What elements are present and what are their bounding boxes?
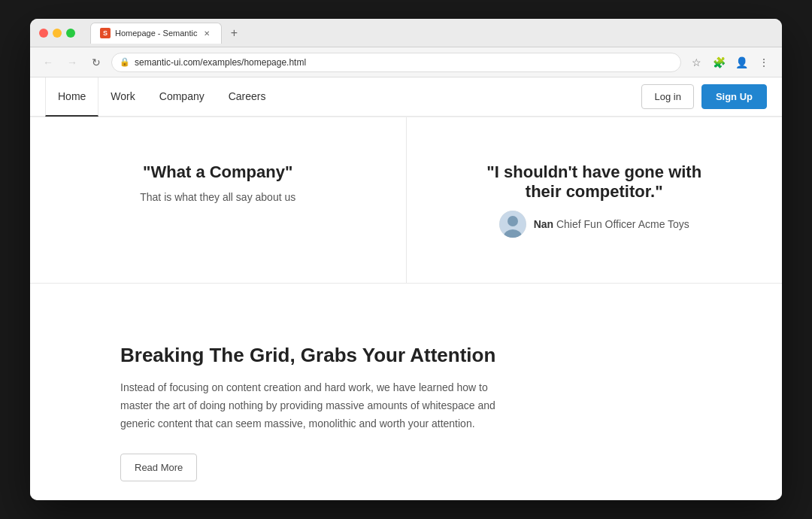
testimonial-left: "What a Company" That is what they all s… bbox=[30, 117, 407, 283]
nav-item-company[interactable]: Company bbox=[147, 77, 217, 117]
lock-icon: 🔒 bbox=[120, 57, 130, 67]
extensions-button[interactable]: 🧩 bbox=[710, 53, 728, 71]
browser-actions: ☆ 🧩 👤 ⋮ bbox=[687, 53, 773, 71]
url-text: semantic-ui.com/examples/homepage.html bbox=[135, 57, 306, 68]
tab-title: Homepage - Semantic bbox=[115, 29, 197, 38]
traffic-lights bbox=[39, 29, 75, 38]
testimonial-right: "I shouldn't have gone with their compet… bbox=[407, 117, 783, 283]
tab-close-button[interactable]: ✕ bbox=[201, 28, 212, 38]
article-body: Instead of focusing on content creation … bbox=[120, 379, 511, 432]
back-button[interactable]: ← bbox=[39, 53, 57, 71]
reload-button[interactable]: ↻ bbox=[87, 53, 105, 71]
testimonial-person: Nan Chief Fun Officer Acme Toys bbox=[467, 211, 723, 238]
page-content: Home Work Company Careers Log in Sign Up… bbox=[30, 77, 782, 500]
article-title: Breaking The Grid, Grabs Your Attention bbox=[120, 344, 692, 367]
nav-item-home[interactable]: Home bbox=[45, 77, 98, 117]
person-name: Nan bbox=[534, 218, 553, 230]
forward-button[interactable]: → bbox=[63, 53, 81, 71]
signup-button[interactable]: Sign Up bbox=[701, 84, 767, 109]
browser-tab[interactable]: S Homepage - Semantic ✕ bbox=[90, 23, 222, 44]
testimonials-section: "What a Company" That is what they all s… bbox=[30, 117, 782, 284]
title-bar: S Homepage - Semantic ✕ + bbox=[30, 19, 782, 47]
testimonial-quote-right: "I shouldn't have gone with their compet… bbox=[467, 162, 723, 202]
nav-actions: Log in Sign Up bbox=[641, 84, 767, 109]
nav-item-careers[interactable]: Careers bbox=[217, 77, 278, 117]
login-button[interactable]: Log in bbox=[641, 84, 693, 109]
person-role: Chief Fun Officer Acme Toys bbox=[556, 218, 689, 230]
article-section: Breaking The Grid, Grabs Your Attention … bbox=[30, 284, 782, 500]
avatar bbox=[499, 211, 526, 238]
profile-button[interactable]: 👤 bbox=[732, 53, 750, 71]
nav-items: Home Work Company Careers bbox=[45, 77, 641, 117]
bookmark-button[interactable]: ☆ bbox=[687, 53, 705, 71]
menu-button[interactable]: ⋮ bbox=[755, 53, 773, 71]
svg-point-1 bbox=[508, 216, 518, 226]
nav-item-work[interactable]: Work bbox=[98, 77, 147, 117]
testimonial-sub-left: That is what they all say about us bbox=[90, 191, 346, 203]
address-bar: ← → ↻ 🔒 semantic-ui.com/examples/homepag… bbox=[30, 47, 782, 77]
url-bar[interactable]: 🔒 semantic-ui.com/examples/homepage.html bbox=[111, 53, 681, 72]
maximize-button[interactable] bbox=[66, 29, 75, 38]
read-more-button[interactable]: Read More bbox=[120, 454, 197, 481]
person-info: Nan Chief Fun Officer Acme Toys bbox=[534, 218, 689, 230]
site-nav: Home Work Company Careers Log in Sign Up bbox=[30, 77, 782, 117]
new-tab-button[interactable]: + bbox=[225, 24, 243, 42]
minimize-button[interactable] bbox=[53, 29, 62, 38]
close-button[interactable] bbox=[39, 29, 48, 38]
testimonial-quote-left: "What a Company" bbox=[90, 162, 346, 182]
tab-favicon: S bbox=[100, 28, 111, 38]
tab-bar: S Homepage - Semantic ✕ + bbox=[90, 23, 243, 44]
browser-window: S Homepage - Semantic ✕ + ← → ↻ 🔒 semant… bbox=[30, 19, 782, 500]
